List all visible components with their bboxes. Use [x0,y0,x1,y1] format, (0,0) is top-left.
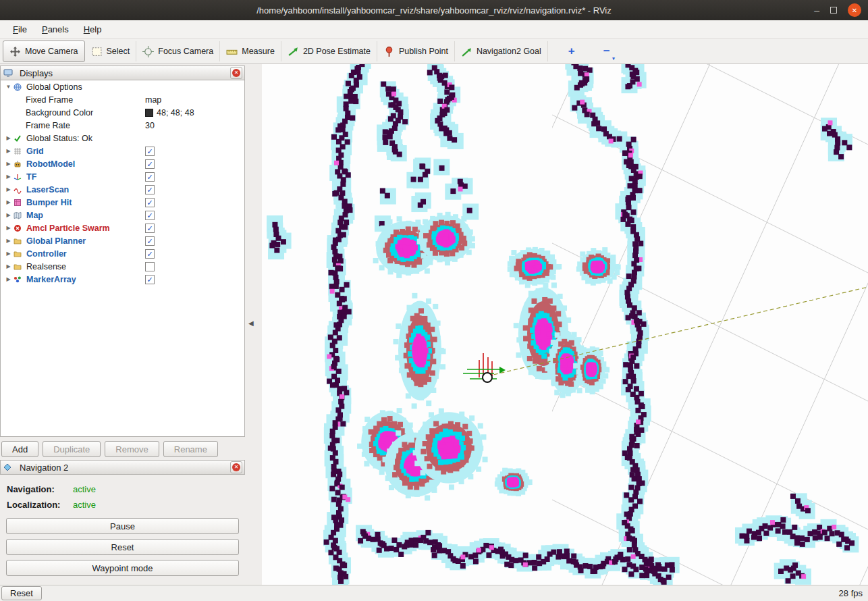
property-value[interactable]: 30 [145,121,155,130]
add-display-button[interactable]: Add [1,441,38,457]
expander-icon[interactable]: ▼ [4,84,13,90]
error-circle-icon [13,224,23,232]
toolbar: Move Camera Select Focus Camera Measure … [0,39,868,64]
display-name: Global Options [26,82,82,92]
window-title: /home/yahboom/install/yahboomcar_rviz/sh… [0,5,868,16]
display-enabled-checkbox[interactable]: ✓ [145,185,155,194]
display-name: Map [26,211,43,220]
add-tool-button[interactable]: + [560,43,583,59]
displays-tree: ▼ Global Options Fixed Frame map Backgro… [0,80,245,437]
display-row-global-status[interactable]: ▶ Global Status: Ok [1,132,244,145]
tool-2d-pose-estimate[interactable]: 2D Pose Estimate [281,41,377,61]
tool-label: 2D Pose Estimate [303,47,371,56]
folder-icon [13,263,23,271]
menu-file[interactable]: File [5,22,34,37]
navigation-status-value: active [73,484,96,494]
expander-icon[interactable]: ▶ [4,174,13,180]
display-enabled-checkbox[interactable]: ✓ [145,147,155,156]
waypoint-mode-button[interactable]: Waypoint mode [6,560,239,576]
navigation2-panel-header[interactable]: Navigation 2 ✕ [0,460,245,475]
display-row-laserscan[interactable]: ▶ LaserScan ✓ [1,183,244,196]
time-reset-button[interactable]: Reset [1,586,42,600]
property-label: Frame Rate [26,121,70,130]
property-row-background-color[interactable]: Background Color 48; 48; 48 [1,106,244,119]
displays-panel-header[interactable]: Displays ✕ [0,66,245,80]
display-enabled-checkbox[interactable]: ✓ [145,211,155,220]
move-camera-icon [9,46,21,57]
display-row-global-planner[interactable]: ▶ Global Planner ✓ [1,234,244,247]
display-enabled-checkbox[interactable]: ✓ [145,275,155,284]
expander-icon[interactable]: ▶ [4,148,13,154]
expander-icon[interactable]: ▶ [4,276,13,282]
display-row-map[interactable]: ▶ Map ✓ [1,209,244,221]
title-bar: /home/yahboom/install/yahboomcar_rviz/sh… [0,0,868,20]
panel-collapse-button[interactable]: ◀ [248,319,254,327]
display-enabled-checkbox[interactable]: ✓ [145,172,155,182]
property-row-fixed-frame[interactable]: Fixed Frame map [1,93,244,106]
property-value[interactable]: 48; 48; 48 [145,108,194,117]
duplicate-display-button[interactable]: Duplicate [43,441,101,457]
expander-icon[interactable]: ▶ [4,199,13,205]
display-row-controller[interactable]: ▶ Controller ✓ [1,247,244,260]
close-icon: ✕ [232,463,240,471]
displays-icon [3,69,13,77]
reset-button[interactable]: Reset [6,539,239,555]
close-icon: ✕ [852,7,857,14]
close-button[interactable]: ✕ [848,3,861,17]
3d-viewport[interactable] [262,64,868,585]
property-row-frame-rate[interactable]: Frame Rate 30 [1,119,244,132]
displays-close-button[interactable]: ✕ [230,67,242,79]
fps-counter: 28 fps [839,588,863,598]
display-enabled-checkbox[interactable]: ✓ [145,198,155,207]
maximize-button[interactable] [830,7,837,14]
display-row-realsense[interactable]: ▶ Realsense [1,260,244,273]
display-enabled-checkbox[interactable]: ✓ [145,224,155,233]
display-name: RobotModel [26,159,75,169]
tool-label: Measure [242,47,275,56]
panel-gutter: ◀ [245,64,262,585]
remove-display-button[interactable]: Remove [105,441,159,457]
tool-move-camera[interactable]: Move Camera [3,41,85,62]
navigation2-close-button[interactable]: ✕ [230,461,242,473]
display-row-global-options[interactable]: ▼ Global Options [1,80,244,93]
focus-camera-icon [142,46,154,57]
property-value[interactable]: map [145,95,161,105]
display-name: MarkerArray [26,275,76,284]
menu-panels[interactable]: Panels [34,22,76,37]
expander-icon[interactable]: ▶ [4,161,13,167]
display-row-amcl-particle-swarm[interactable]: ▶ Amcl Particle Swarm ✓ [1,221,244,234]
display-row-tf[interactable]: ▶ TF ✓ [1,170,244,183]
tool-measure[interactable]: Measure [220,41,281,61]
map-canvas[interactable] [262,64,868,585]
display-enabled-checkbox[interactable]: ✓ [145,236,155,246]
expander-icon[interactable]: ▶ [4,135,13,141]
expander-icon[interactable]: ▶ [4,225,13,231]
display-row-robotmodel[interactable]: ▶ RobotModel ✓ [1,157,244,170]
tool-select[interactable]: Select [85,41,137,61]
menu-help[interactable]: Help [76,22,109,37]
tool-publish-point[interactable]: Publish Point [377,41,455,61]
rename-display-button[interactable]: Rename [163,441,218,457]
display-row-markerarray[interactable]: ▶ MarkerArray ✓ [1,273,244,286]
expander-icon[interactable]: ▶ [4,251,13,257]
display-enabled-checkbox[interactable]: ✓ [145,249,155,259]
menu-bar: File Panels Help [0,20,868,39]
color-swatch [145,109,153,117]
remove-tool-button[interactable]: −▾ [595,43,618,59]
expander-icon[interactable]: ▶ [4,186,13,192]
display-row-grid[interactable]: ▶ Grid ✓ [1,145,244,157]
localization-status-field: Localization: active [0,497,245,513]
folder-icon [13,250,23,258]
display-row-bumper-hit[interactable]: ▶ Bumper Hit ✓ [1,196,244,209]
globe-icon [13,83,23,91]
minimize-button[interactable]: – [814,7,819,14]
display-enabled-checkbox[interactable] [145,262,155,271]
expander-icon[interactable]: ▶ [4,263,13,269]
display-enabled-checkbox[interactable]: ✓ [145,159,155,169]
expander-icon[interactable]: ▶ [4,238,13,244]
display-name: Controller [26,249,67,259]
tool-navigation2-goal[interactable]: Navigation2 Goal [455,41,548,61]
expander-icon[interactable]: ▶ [4,212,13,218]
pause-button[interactable]: Pause [6,518,239,534]
tool-focus-camera[interactable]: Focus Camera [136,41,220,61]
